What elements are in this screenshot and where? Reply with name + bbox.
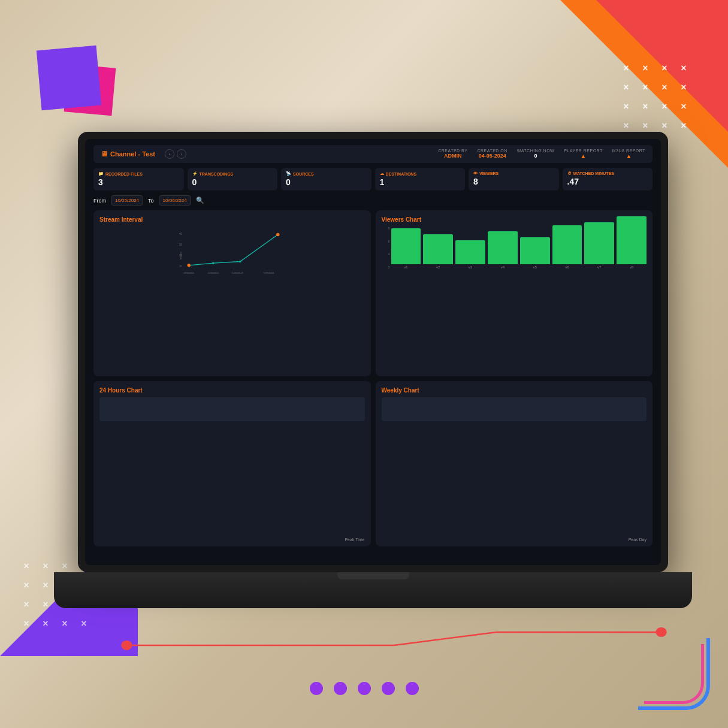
stat-recorded-files: 📁 RECORDED FILES 3 xyxy=(93,168,184,191)
bar-v2: v2 xyxy=(423,234,453,269)
svg-text:07/06/2024: 07/06/2024 xyxy=(263,272,274,274)
svg-point-4 xyxy=(655,627,666,637)
next-nav-button[interactable]: › xyxy=(177,149,186,159)
purple-square-deco xyxy=(37,46,101,110)
weekly-chart: Weekly Chart Peak Day xyxy=(376,381,653,547)
created-on-label: CREATED ON xyxy=(477,149,507,153)
stat-sources: 📡 SOURCES 0 xyxy=(281,168,371,191)
bar-v5: v5 xyxy=(520,237,550,269)
date-filter: From 10/05/2024 To 10/06/2024 🔍 xyxy=(93,195,653,206)
stream-interval-title: Stream Interval xyxy=(99,216,365,223)
charts-grid: Stream Interval 40 30 20 10 xyxy=(93,210,653,546)
dot-1 xyxy=(310,682,323,695)
dot-5 xyxy=(406,682,419,695)
stat-viewers: 👁 VIEWERS 8 xyxy=(469,168,559,191)
watching-now-meta: WATCHING NOW 0 xyxy=(517,149,554,159)
bar-v5-fill xyxy=(520,237,550,264)
player-report-meta: PLAYER REPORT ▲ xyxy=(564,149,603,159)
stats-row: 📁 RECORDED FILES 3 ⚡ TRANSCODINGS 0 xyxy=(93,168,653,191)
bar-v3-fill xyxy=(455,240,485,264)
channel-name: Channel - Test xyxy=(110,150,155,158)
watching-now-label: WATCHING NOW xyxy=(517,149,554,153)
created-by-meta: CREATED BY ADMIN xyxy=(438,149,467,159)
24h-chart-content xyxy=(99,397,365,421)
monitor-icon: 🖥 xyxy=(101,150,108,158)
header-bar: 🖥 Channel - Test ‹ › CREATED BY ADMIN xyxy=(93,145,653,163)
laptop-hinge xyxy=(337,572,409,579)
circuit-line xyxy=(120,627,668,629)
recorded-files-label: 📁 RECORDED FILES xyxy=(98,171,179,176)
viewers-value: 8 xyxy=(473,177,554,186)
m3u8-report-label: M3U8 REPORT xyxy=(612,149,645,153)
destinations-value: 1 xyxy=(380,177,461,187)
laptop-screen: 🖥 Channel - Test ‹ › CREATED BY ADMIN xyxy=(85,139,661,565)
svg-text:22/05/2024: 22/05/2024 xyxy=(183,272,194,274)
svg-text:31/05/2024: 31/05/2024 xyxy=(232,272,243,274)
svg-point-14 xyxy=(212,262,215,264)
created-by-label: CREATED BY xyxy=(438,149,467,153)
stream-interval-chart: Stream Interval 40 30 20 10 xyxy=(93,210,371,376)
prev-nav-button[interactable]: ‹ xyxy=(165,149,174,159)
from-label: From xyxy=(93,198,106,204)
watched-minutes-label: ⏱ WATCHED MINUTES xyxy=(567,171,648,176)
svg-text:10: 10 xyxy=(179,265,183,268)
nav-icons: ‹ › xyxy=(165,149,186,159)
search-button[interactable]: 🔍 xyxy=(196,197,204,204)
viewers-chart: Viewers Chart 8 6 4 2 v1 xyxy=(376,210,653,376)
laptop: 🖥 Channel - Test ‹ › CREATED BY ADMIN xyxy=(78,132,668,608)
destinations-label: ☁ DESTINATIONS xyxy=(380,171,461,176)
svg-point-15 xyxy=(239,261,241,263)
stream-interval-svg: 40 30 20 10 xyxy=(99,226,365,280)
laptop-bezel: 🖥 Channel - Test ‹ › CREATED BY ADMIN xyxy=(78,132,668,572)
24h-peak-time: Peak Time xyxy=(345,537,364,542)
player-report-icon[interactable]: ▲ xyxy=(564,153,603,159)
bar-v8-fill xyxy=(617,216,647,264)
svg-point-13 xyxy=(188,264,191,267)
channel-title: 🖥 Channel - Test xyxy=(101,150,155,158)
24h-chart-title: 24 Hours Chart xyxy=(99,387,365,394)
stat-destinations: ☁ DESTINATIONS 1 xyxy=(375,168,466,191)
viewers-y-axis: 8 6 4 2 xyxy=(382,226,390,269)
timer-icon: ⏱ xyxy=(567,171,572,176)
dot-2 xyxy=(334,682,347,695)
bar-v4: v4 xyxy=(488,231,518,269)
created-on-meta: CREATED ON 04-05-2024 xyxy=(477,149,507,159)
created-by-value: ADMIN xyxy=(438,153,467,159)
transcodings-value: 0 xyxy=(192,177,273,187)
bar-v7-fill xyxy=(584,222,614,264)
player-report-label: PLAYER REPORT xyxy=(564,149,603,153)
to-date-input[interactable]: 10/06/2024 xyxy=(159,195,191,206)
weekly-chart-content xyxy=(382,397,647,421)
rounded-corner-blue xyxy=(638,638,710,710)
created-on-value: 04-05-2024 xyxy=(477,153,507,159)
bottom-dots xyxy=(310,682,419,695)
svg-line-2 xyxy=(394,632,497,645)
viewers-label: 👁 VIEWERS xyxy=(473,171,554,176)
source-icon: 📡 xyxy=(286,171,291,176)
bar-v8: v8 xyxy=(617,216,647,269)
from-date-input[interactable]: 10/05/2024 xyxy=(111,195,143,206)
screen-content: 🖥 Channel - Test ‹ › CREATED BY ADMIN xyxy=(85,139,661,565)
svg-text:Minutes: Minutes xyxy=(180,252,182,259)
bar-v3: v3 xyxy=(455,240,485,269)
watching-now-value: 0 xyxy=(517,153,554,159)
svg-point-16 xyxy=(276,233,279,236)
to-label: To xyxy=(148,198,154,204)
svg-text:24/05/2024: 24/05/2024 xyxy=(208,272,219,274)
dot-4 xyxy=(382,682,395,695)
sources-value: 0 xyxy=(286,177,367,187)
bar-v4-fill xyxy=(488,231,518,264)
svg-text:30: 30 xyxy=(179,243,183,246)
sources-label: 📡 SOURCES xyxy=(286,171,367,176)
24h-chart: 24 Hours Chart Peak Time xyxy=(93,381,371,547)
header-meta: CREATED BY ADMIN CREATED ON 04-05-2024 W… xyxy=(438,149,645,159)
weekly-peak-day: Peak Day xyxy=(629,537,647,542)
bar-v2-fill xyxy=(423,234,453,264)
weekly-chart-title: Weekly Chart xyxy=(382,387,647,394)
cloud-icon: ☁ xyxy=(380,171,384,176)
bar-v1-fill xyxy=(391,228,421,264)
transcodings-label: ⚡ TRANSCODINGS xyxy=(192,171,273,176)
m3u8-report-meta: M3U8 REPORT ▲ xyxy=(612,149,645,159)
m3u8-report-icon[interactable]: ▲ xyxy=(612,153,645,159)
x-grid-top-right: × × × × × × × × × × × × × × × × xyxy=(618,60,692,134)
